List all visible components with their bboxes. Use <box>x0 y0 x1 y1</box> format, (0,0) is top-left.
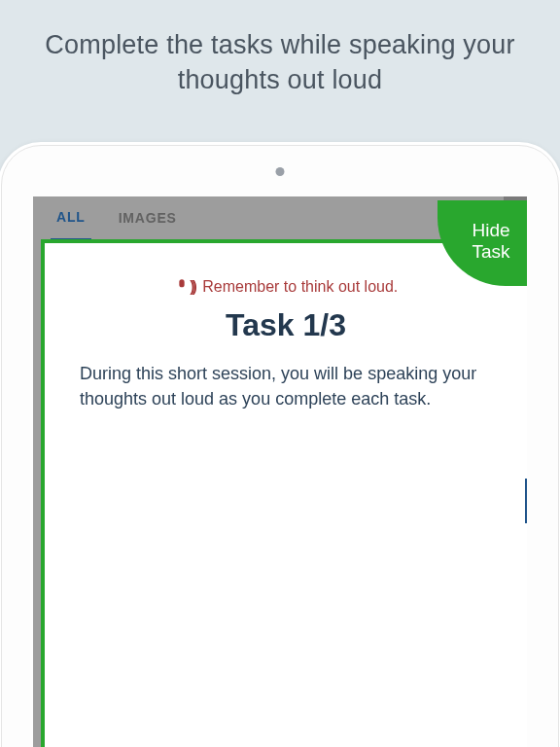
tablet-screen: ALL IMAGES Hide Task <box>33 196 527 747</box>
promo-headline: Complete the tasks while speaking your t… <box>0 0 560 98</box>
hide-task-line2: Task <box>472 241 509 263</box>
tablet-inner: ALL IMAGES Hide Task <box>1 145 559 747</box>
tab-images[interactable]: IMAGES <box>113 196 183 239</box>
task-content: )) Remember to think out loud. Task 1/3 … <box>45 243 527 411</box>
tab-all[interactable]: ALL <box>51 196 91 241</box>
reminder-label: Remember to think out loud. <box>202 278 398 295</box>
task-title: Task 1/3 <box>76 307 496 343</box>
tablet-frame: ALL IMAGES Hide Task <box>0 142 560 747</box>
task-description: During this short session, you will be s… <box>76 361 496 411</box>
hide-task-line1: Hide <box>472 220 509 241</box>
reminder-text: )) Remember to think out loud. <box>76 278 496 296</box>
task-overlay: Hide Task )) Remember to think out loud. <box>41 239 527 747</box>
camera-icon <box>276 167 285 176</box>
speak-icon: )) <box>174 278 199 295</box>
scroll-indicator <box>525 479 527 523</box>
